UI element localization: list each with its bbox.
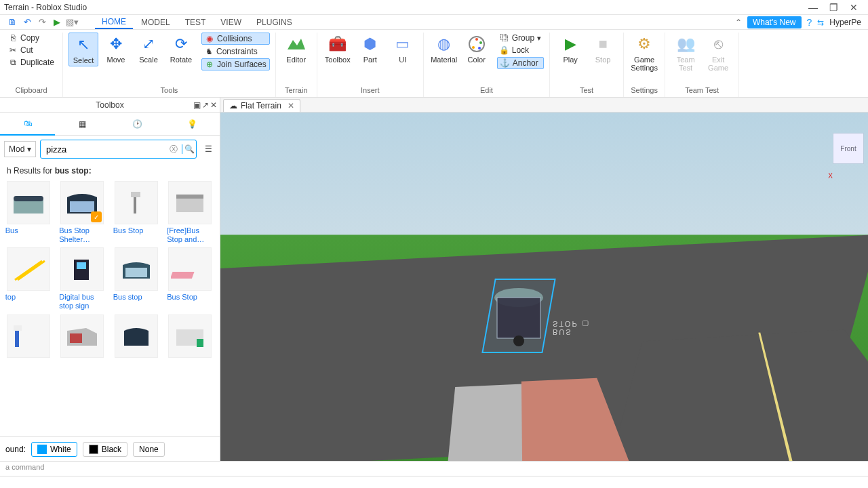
toolbox-item[interactable]: Bus (3, 181, 54, 243)
lock-button[interactable]: 🔒Lock (497, 45, 544, 56)
toolbox-button[interactable]: 🧰Toolbox (323, 33, 353, 65)
color-button[interactable]: Color (462, 33, 492, 65)
tab-test[interactable]: TEST (178, 16, 213, 28)
material-button[interactable]: ◍Material (429, 33, 459, 65)
new-file-icon[interactable]: 🗎 (7, 17, 18, 28)
close-button[interactable]: ✕ (844, 2, 864, 13)
close-tab-icon[interactable]: ✕ (288, 101, 294, 110)
item-label: Bus Stop Shelter… (59, 226, 105, 243)
group-insert: 🧰Toolbox ⬢Part ▭UI Insert (317, 33, 424, 97)
maximize-button[interactable]: ❐ (823, 2, 844, 13)
command-bar[interactable]: a command (0, 461, 868, 476)
clear-search-icon[interactable]: ⓧ (165, 144, 182, 155)
play-ribbon-icon: ▶ (560, 34, 580, 54)
minimize-button[interactable]: — (803, 2, 823, 13)
scale-button[interactable]: ⤢Scale (134, 33, 163, 65)
share-icon[interactable]: ⇆ (817, 18, 824, 27)
anchor-button[interactable]: ⚓Anchor (497, 57, 544, 69)
collapse-ribbon-icon[interactable]: ⌃ (735, 18, 742, 27)
toolbox-item[interactable]: Digital bus stop sign (57, 247, 108, 310)
ui-button[interactable]: ▭UI (388, 33, 418, 65)
viewport-3d[interactable]: BUSSTOP ▢ Front X (220, 113, 868, 461)
ribbon: ⎘Copy ✂Cut ⧉Duplicate Clipboard ↖Select … (0, 30, 868, 98)
tab-view[interactable]: VIEW (214, 16, 248, 28)
svg-line-13 (15, 261, 42, 280)
group-test: ▶Play ■Stop Test (550, 33, 624, 97)
move-button[interactable]: ✥Move (101, 33, 131, 65)
redo-icon[interactable]: ↷ (37, 17, 47, 28)
tab-model[interactable]: MODEL (134, 16, 177, 28)
chevron-down-icon: ▾ (27, 144, 31, 154)
rotate-button[interactable]: ⟳Rotate (166, 33, 196, 65)
svg-rect-6 (14, 200, 43, 214)
team-icon: 👥 (675, 34, 696, 54)
user-label[interactable]: HyperPe (829, 18, 861, 27)
join-surfaces-toggle[interactable]: ⊕Join Surfaces (201, 58, 270, 70)
bg-none[interactable]: None (133, 442, 165, 457)
search-input[interactable] (41, 144, 165, 155)
collisions-toggle[interactable]: ◉Collisions (201, 33, 270, 45)
part-icon: ⬢ (360, 34, 380, 54)
toolbox-item[interactable]: top (3, 247, 54, 310)
search-button[interactable]: 🔍 (182, 144, 196, 154)
tab-home[interactable]: HOME (95, 16, 133, 29)
play-button[interactable]: ▶Play (555, 33, 585, 65)
stop-button: ■Stop (588, 33, 618, 65)
item-label: top (5, 293, 52, 302)
category-dropdown[interactable]: Models▾ (4, 141, 36, 157)
svg-marker-0 (288, 39, 305, 49)
whats-new-button[interactable]: What's New (747, 16, 802, 28)
bg-black[interactable]: Black (83, 442, 127, 457)
group-tools: ↖Select ✥Move ⤢Scale ⟳Rotate ◉Collisions… (63, 33, 276, 97)
group-edit: ◍Material Color ⿻Group ▾ 🔒Lock ⚓Anchor E… (424, 33, 550, 97)
endorsed-badge-icon: ✓ (91, 211, 102, 222)
toolbox-item[interactable]: ✓Bus Stop Shelter… (57, 181, 108, 243)
part-dropdown-icon[interactable]: ▧▾ (66, 17, 77, 28)
toolbox-tabs: 🛍 ▦ 🕑 💡 (0, 113, 220, 136)
material-icon: ◍ (434, 34, 454, 54)
toolbox-item[interactable]: Bus Stop (165, 247, 216, 310)
terrain-editor-button[interactable]: Editor (281, 33, 311, 65)
scale-icon: ⤢ (138, 34, 159, 54)
tab-inventory[interactable]: ▦ (55, 113, 110, 136)
toolbox-item[interactable] (57, 314, 108, 360)
toolbox-item[interactable]: Bus stop (111, 247, 162, 310)
undo-icon[interactable]: ↶ (22, 17, 33, 28)
filter-button[interactable]: ☰ (201, 140, 216, 159)
item-thumbnail (7, 181, 50, 224)
select-button[interactable]: ↖Select (68, 33, 98, 66)
toolbox-item[interactable] (165, 314, 216, 360)
tab-creations[interactable]: 💡 (165, 113, 220, 136)
toolbox-item[interactable]: Bus Stop (111, 181, 162, 243)
tab-recent[interactable]: 🕑 (110, 113, 165, 136)
group-icon: ⿻ (500, 33, 509, 43)
constraints-toggle[interactable]: ♞Constraints (201, 46, 270, 57)
panel-popout-icon[interactable]: ↗ (202, 100, 209, 110)
tab-marketplace[interactable]: 🛍 (0, 113, 55, 136)
item-thumbnail (60, 247, 104, 291)
help-icon[interactable]: ? (807, 17, 812, 28)
duplicate-button[interactable]: ⧉Duplicate (5, 57, 57, 68)
tab-plugins[interactable]: PLUGINS (250, 16, 299, 28)
toolbox-item[interactable] (111, 314, 162, 360)
toolbox-item[interactable] (3, 314, 54, 360)
copy-button[interactable]: ⎘Copy (5, 33, 57, 43)
view-cube[interactable]: Front (833, 133, 864, 164)
game-settings-button[interactable]: ⚙Game Settings (629, 33, 659, 73)
svg-rect-20 (14, 325, 22, 331)
axis-x-label: X (828, 172, 833, 180)
item-thumbnail (168, 181, 212, 224)
document-tab[interactable]: ☁ Flat Terrain ✕ (223, 99, 300, 112)
svg-rect-12 (176, 195, 203, 199)
results-scroll[interactable]: Bus✓Bus Stop Shelter…Bus Stop[Free]Bus S… (0, 178, 220, 436)
item-thumbnail (60, 314, 104, 358)
group-button[interactable]: ⿻Group ▾ (497, 33, 544, 43)
cut-button[interactable]: ✂Cut (5, 45, 57, 56)
toolbox-item[interactable]: [Free]Bus Stop and… (165, 181, 216, 243)
part-button[interactable]: ⬢Part (355, 33, 385, 65)
panel-dock-icon[interactable]: ▣ (193, 100, 201, 110)
play-icon[interactable]: ▶ (52, 17, 62, 28)
bg-white[interactable]: White (31, 442, 77, 457)
menu-tabs: HOME MODEL TEST VIEW PLUGINS (95, 16, 299, 29)
panel-close-icon[interactable]: ✕ (210, 100, 217, 110)
